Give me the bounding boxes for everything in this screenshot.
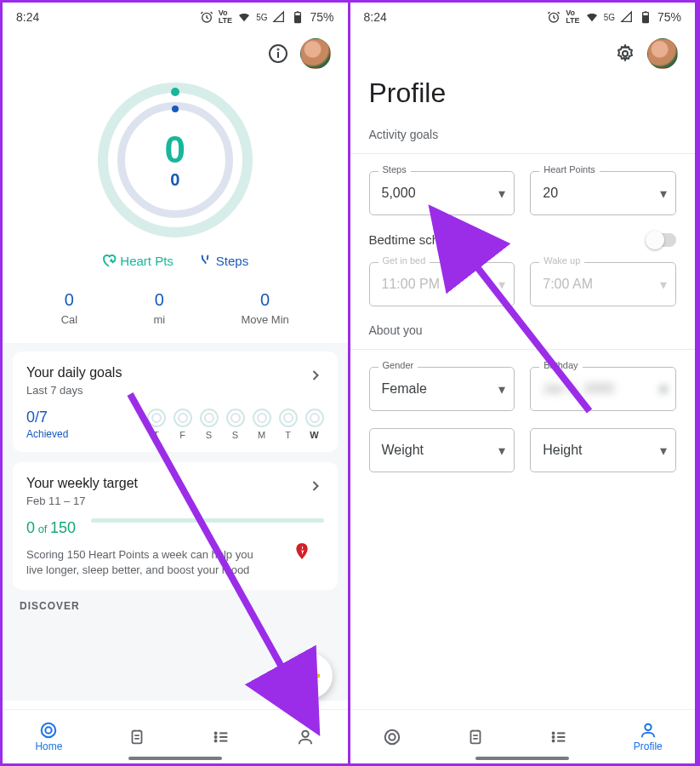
svg-point-7	[42, 723, 56, 738]
height-dropdown[interactable]: Height ▾	[530, 428, 676, 472]
heart-points-progress: 0 of 150	[26, 519, 76, 537]
status-bar: 8:24 VoLTE 5G 75%	[350, 3, 696, 31]
svg-point-23	[389, 734, 395, 740]
status-icons: VoLTE 5G 75%	[200, 9, 334, 25]
alarm-icon	[200, 10, 213, 24]
battery-icon	[639, 10, 652, 24]
status-bar: 8:24 VoLTE 5G 75%	[3, 3, 348, 31]
chevron-down-icon: ▾	[498, 186, 505, 202]
legend-heart: Heart Pts	[101, 253, 174, 268]
aha-logo	[288, 534, 326, 571]
svg-point-26	[553, 736, 555, 738]
svg-rect-9	[133, 730, 142, 743]
chevron-right-icon	[307, 367, 324, 387]
bedtime-label: Bedtime schedule	[369, 232, 470, 247]
svg-point-11	[215, 736, 217, 738]
wifi-icon	[237, 10, 251, 24]
heartpoints-dropdown[interactable]: Heart Points 20 ▾	[530, 171, 676, 215]
metric-mi[interactable]: 0mi	[153, 290, 165, 326]
home-indicator	[475, 757, 569, 760]
nav-browse[interactable]	[549, 728, 568, 746]
section-about-you: About you	[369, 323, 677, 337]
svg-rect-19	[643, 15, 649, 23]
discover-header: DISCOVER	[20, 600, 331, 612]
weekly-target-card[interactable]: Your weekly target Feb 11 – 17 0 of 150 …	[13, 462, 338, 590]
svg-rect-20	[645, 11, 647, 12]
top-bar	[3, 31, 348, 72]
settings-icon[interactable]	[613, 42, 637, 66]
svg-rect-2	[295, 15, 301, 23]
info-icon[interactable]	[266, 42, 290, 66]
metric-cal[interactable]: 0Cal	[61, 290, 78, 326]
svg-point-12	[215, 740, 217, 741]
steps-dropdown[interactable]: Steps 5,000 ▾	[369, 171, 515, 215]
card-title: Your daily goals	[26, 365, 324, 380]
signal-icon	[620, 10, 634, 24]
home-screen: 8:24 VoLTE 5G 75% 0 0 Heart Pts Steps 0C…	[3, 3, 350, 763]
svg-point-25	[553, 732, 555, 734]
svg-rect-24	[471, 730, 481, 743]
chevron-down-icon: ▾	[660, 443, 667, 459]
section-activity-goals: Activity goals	[369, 128, 677, 141]
progress-bar	[91, 518, 323, 523]
svg-rect-3	[297, 11, 299, 12]
metrics-row: 0Cal 0mi 0Move Min	[3, 277, 348, 343]
card-subtitle: Last 7 days	[26, 384, 324, 397]
daily-goals-card[interactable]: Your daily goals Last 7 days 0/7 Achieve…	[13, 352, 338, 452]
steps-value: 0	[170, 170, 179, 190]
heart-points-value: 0	[165, 131, 185, 169]
battery-icon	[291, 10, 304, 24]
svg-point-16	[302, 730, 308, 736]
weight-dropdown[interactable]: Weight ▾	[369, 428, 515, 472]
nav-profile[interactable]	[296, 728, 315, 746]
legend-steps: Steps	[197, 253, 248, 268]
nav-browse[interactable]	[212, 728, 230, 746]
add-fab[interactable]	[287, 653, 333, 699]
svg-point-8	[46, 727, 52, 733]
bottom-nav: Profile	[350, 709, 696, 763]
wifi-icon	[585, 10, 599, 24]
bedtime-toggle[interactable]	[646, 233, 676, 247]
bottom-nav: Home	[3, 709, 348, 763]
chevron-down-icon: ▾	[498, 277, 505, 293]
svg-point-22	[384, 729, 399, 744]
alarm-icon	[547, 10, 561, 24]
chevron-right-icon	[307, 477, 324, 498]
achieved-text: 0/7 Achieved	[26, 409, 68, 440]
profile-screen: 8:24 VoLTE 5G 75% Profile Activity goals…	[350, 3, 698, 763]
weekday-rings: T F S S M T W	[147, 409, 324, 440]
nav-journal[interactable]	[128, 728, 146, 746]
chevron-down-icon: ▾	[660, 381, 667, 397]
svg-point-21	[623, 51, 628, 56]
signal-icon	[272, 10, 286, 24]
birthday-dropdown[interactable]: Birthday Jan 1, 2000 ▾	[530, 367, 676, 411]
chevron-down-icon: ▾	[498, 381, 505, 397]
svg-point-6	[277, 49, 278, 50]
gender-dropdown[interactable]: Gender Female ▾	[369, 367, 515, 411]
avatar[interactable]	[300, 38, 331, 69]
activity-ring[interactable]: 0 0 Heart Pts Steps	[3, 72, 348, 277]
chevron-down-icon: ▾	[660, 277, 667, 293]
chevron-down-icon: ▾	[660, 186, 667, 202]
home-indicator	[128, 757, 222, 760]
svg-point-10	[215, 732, 217, 734]
status-time: 8:24	[16, 10, 39, 24]
weekly-desc: Scoring 150 Heart Points a week can help…	[26, 547, 265, 578]
wakeup-dropdown[interactable]: Wake up 7:00 AM ▾	[530, 262, 676, 306]
nav-home[interactable]: Home	[35, 721, 62, 752]
nav-home[interactable]	[383, 728, 401, 746]
page-title: Profile	[350, 72, 696, 121]
nav-profile[interactable]: Profile	[634, 721, 663, 752]
avatar[interactable]	[647, 38, 678, 69]
svg-point-27	[553, 740, 555, 741]
getinbed-dropdown[interactable]: Get in bed 11:00 PM ▾	[369, 262, 515, 306]
chevron-down-icon: ▾	[498, 443, 505, 459]
nav-journal[interactable]	[466, 728, 485, 746]
svg-point-31	[645, 724, 651, 730]
metric-movemin[interactable]: 0Move Min	[241, 290, 288, 326]
